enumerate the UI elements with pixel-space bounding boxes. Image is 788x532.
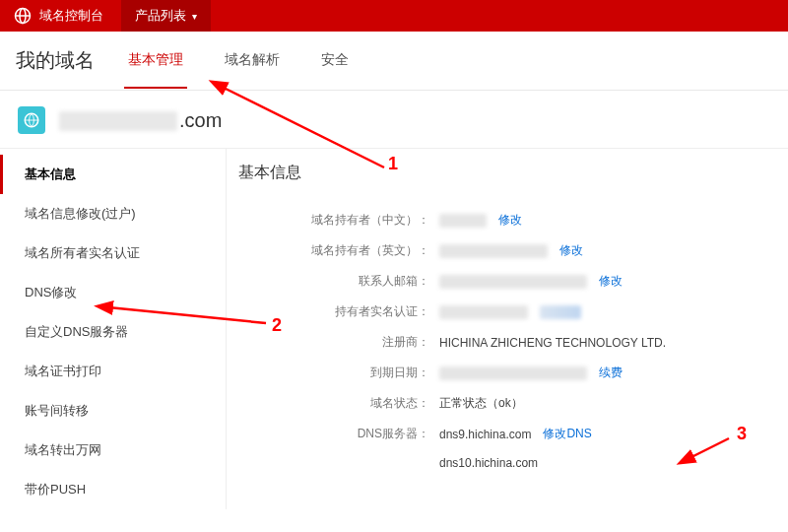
row-contact-email: 联系人邮箱： 修改	[236, 266, 788, 297]
blurred-value	[439, 244, 548, 258]
row-owner-en: 域名持有者（英文）： 修改	[236, 235, 788, 266]
row-expire: 到期日期： 续费	[236, 358, 788, 388]
row-status: 域名状态： 正常状态（ok）	[236, 388, 788, 419]
blurred-badge	[540, 305, 581, 319]
sidebar-item-cert-print[interactable]: 域名证书打印	[0, 352, 226, 391]
sidebar-item-account-transfer[interactable]: 账号间转移	[0, 391, 226, 431]
row-dns2: dns10.hichina.com	[236, 449, 788, 477]
label-owner-en: 域名持有者（英文）：	[236, 242, 433, 259]
page-title: 我的域名	[16, 47, 95, 74]
content: 基本信息 域名持有者（中文）： 修改 域名持有者（英文）： 修改 联系人邮箱： …	[227, 149, 788, 509]
sidebar-item-push[interactable]: 带价PUSH	[0, 470, 226, 509]
link-modify-owner-cn[interactable]: 修改	[498, 212, 522, 229]
tabs: 基本管理 域名解析 安全	[124, 33, 353, 89]
blurred-value	[439, 275, 587, 289]
sidebar-item-basic-info[interactable]: 基本信息	[0, 155, 226, 194]
topbar: 域名控制台 产品列表 ▾	[0, 0, 788, 32]
row-registrar: 注册商： HICHINA ZHICHENG TECHNOLOGY LTD.	[236, 327, 788, 358]
products-dropdown[interactable]: 产品列表 ▾	[121, 0, 211, 32]
value-dns2: dns10.hichina.com	[439, 456, 538, 470]
sidebar: 基本信息 域名信息修改(过户) 域名所有者实名认证 DNS修改 自定义DNS服务…	[0, 149, 227, 509]
console-title: 域名控制台	[39, 7, 103, 25]
link-modify-email[interactable]: 修改	[599, 273, 623, 290]
blurred-value	[439, 366, 587, 380]
row-owner-cn: 域名持有者（中文）： 修改	[236, 205, 788, 235]
blurred-value	[439, 305, 528, 319]
chevron-down-icon: ▾	[192, 11, 197, 22]
value-dns1: dns9.hichina.com	[439, 428, 531, 441]
label-realname: 持有者实名认证：	[236, 303, 433, 320]
label-status: 域名状态：	[236, 395, 433, 412]
www-icon	[18, 106, 45, 134]
domain-blurred	[59, 111, 177, 131]
sidebar-item-dns-modify[interactable]: DNS修改	[0, 273, 226, 312]
tab-basic[interactable]: 基本管理	[124, 33, 187, 89]
row-dns1: DNS服务器： dns9.hichina.com修改DNS	[236, 419, 788, 449]
label-registrar: 注册商：	[236, 334, 433, 351]
label-dns: DNS服务器：	[236, 426, 433, 442]
value-status: 正常状态（ok）	[439, 395, 523, 412]
label-contact-email: 联系人邮箱：	[236, 273, 433, 290]
label-expire: 到期日期：	[236, 365, 433, 381]
link-renew[interactable]: 续费	[599, 365, 623, 381]
info-table: 域名持有者（中文）： 修改 域名持有者（英文）： 修改 联系人邮箱： 修改 持有…	[236, 205, 788, 477]
link-modify-owner-en[interactable]: 修改	[559, 242, 583, 259]
globe-icon	[14, 7, 32, 25]
subheader: 我的域名 基本管理 域名解析 安全	[0, 32, 788, 91]
domain-name: .com	[59, 109, 222, 132]
label-owner-cn: 域名持有者（中文）：	[236, 212, 433, 229]
link-modify-dns[interactable]: 修改DNS	[543, 426, 591, 442]
products-label: 产品列表	[135, 7, 186, 25]
domain-header: .com	[0, 91, 788, 149]
row-realname: 持有者实名认证：	[236, 297, 788, 327]
sidebar-item-transfer-out[interactable]: 域名转出万网	[0, 431, 226, 470]
tab-security[interactable]: 安全	[317, 33, 353, 89]
section-title: 基本信息	[236, 157, 788, 197]
domain-suffix: .com	[179, 109, 222, 131]
sidebar-item-transfer-owner[interactable]: 域名信息修改(过户)	[0, 194, 226, 233]
tab-dns-resolve[interactable]: 域名解析	[221, 33, 284, 89]
sidebar-item-custom-dns[interactable]: 自定义DNS服务器	[0, 312, 226, 352]
value-registrar: HICHINA ZHICHENG TECHNOLOGY LTD.	[439, 336, 666, 350]
blurred-value	[439, 214, 487, 228]
sidebar-item-realname[interactable]: 域名所有者实名认证	[0, 233, 226, 273]
main: 基本信息 域名信息修改(过户) 域名所有者实名认证 DNS修改 自定义DNS服务…	[0, 149, 788, 509]
